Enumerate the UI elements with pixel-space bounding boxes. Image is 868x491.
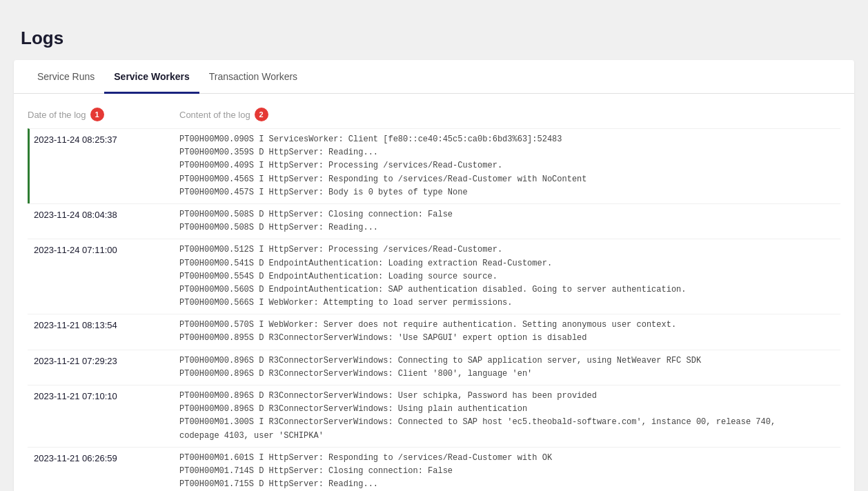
column-headers: Date of the log 1 Content of the log 2	[28, 108, 840, 121]
log-line: PT00H00M00.541S D EndpointAuthentication…	[179, 257, 840, 270]
log-line: PT00H00M01.601S I HttpServer: Responding…	[179, 452, 840, 465]
log-content-5: PT00H00M00.896S D R3ConnectorServerWindo…	[179, 390, 840, 443]
log-line: PT00H00M00.896S D R3ConnectorServerWindo…	[179, 403, 840, 416]
log-line: PT00H00M00.566S I WebWorker: Attempting …	[179, 297, 840, 310]
log-line: PT00H00M00.512S I HttpServer: Processing…	[179, 243, 840, 257]
log-content-3: PT00H00M00.570S I WebWorker: Server does…	[179, 319, 840, 345]
log-line: PT00H00M00.570S I WebWorker: Server does…	[179, 319, 840, 332]
log-content-2: PT00H00M00.512S I HttpServer: Processing…	[179, 243, 840, 310]
log-date-6: 2023-11-21 06:26:59	[30, 452, 179, 463]
log-line: PT00H00M00.560S D EndpointAuthentication…	[179, 283, 840, 297]
log-line: PT00H00M01.715S D HttpServer: Reading...	[179, 478, 840, 491]
log-date-3: 2023-11-21 08:13:54	[30, 319, 179, 330]
log-content-0: PT00H00M00.090S I ServicesWorker: Client…	[179, 133, 840, 199]
log-line: PT00H00M01.714S D HttpServer: Closing co…	[179, 465, 840, 478]
log-date-1: 2023-11-24 08:04:38	[30, 208, 179, 220]
log-row[interactable]: 2023-11-21 07:29:23PT00H00M00.896S D R3C…	[28, 350, 840, 385]
log-content-1: PT00H00M00.508S D HttpServer: Closing co…	[179, 208, 840, 234]
log-line: PT00H00M00.508S D HttpServer: Closing co…	[179, 208, 840, 221]
date-header-label: Date of the log	[28, 110, 86, 120]
content-header-label: Content of the log	[179, 110, 250, 120]
log-row[interactable]: 2023-11-24 08:25:37PT00H00M00.090S I Ser…	[28, 128, 840, 203]
log-row[interactable]: 2023-11-21 06:26:59PT00H00M01.601S I Htt…	[28, 447, 840, 491]
log-content-6: PT00H00M01.601S I HttpServer: Responding…	[179, 452, 840, 491]
log-line: PT00H00M00.090S I ServicesWorker: Client…	[179, 133, 840, 146]
log-line: PT00H00M00.359S D HttpServer: Reading...	[179, 146, 840, 159]
log-content-4: PT00H00M00.896S D R3ConnectorServerWindo…	[179, 354, 840, 381]
outer-container: Logs Service RunsService WorkersTransact…	[14, 14, 854, 491]
log-line: PT00H00M00.895S D R3ConnectorServerWindo…	[179, 332, 840, 345]
tab-transaction-workers[interactable]: Transaction Workers	[199, 60, 307, 94]
log-line: PT00H00M00.457S I HttpServer: Body is 0 …	[179, 186, 840, 199]
log-line: codepage 4103, user 'SCHIPKA'	[179, 430, 840, 443]
date-header-badge: 1	[90, 108, 104, 121]
content-area: Date of the log 1 Content of the log 2 2…	[14, 94, 854, 491]
log-line: PT00H00M00.896S D R3ConnectorServerWindo…	[179, 368, 840, 381]
tab-bar: Service RunsService WorkersTransaction W…	[14, 60, 854, 94]
log-line: PT00H00M00.896S D R3ConnectorServerWindo…	[179, 390, 840, 403]
content-column-header: Content of the log 2	[179, 108, 840, 121]
log-date-5: 2023-11-21 07:10:10	[30, 390, 179, 401]
log-date-4: 2023-11-21 07:29:23	[30, 354, 179, 366]
tab-service-runs[interactable]: Service Runs	[28, 60, 104, 94]
log-row[interactable]: 2023-11-21 07:10:10PT00H00M00.896S D R3C…	[28, 385, 840, 447]
log-date-2: 2023-11-24 07:11:00	[30, 243, 179, 255]
log-line: PT00H00M00.508S D HttpServer: Reading...	[179, 221, 840, 234]
log-row[interactable]: 2023-11-21 08:13:54PT00H00M00.570S I Web…	[28, 314, 840, 349]
log-line: PT00H00M00.409S I HttpServer: Processing…	[179, 159, 840, 172]
log-line: PT00H00M00.456S I HttpServer: Responding…	[179, 173, 840, 186]
log-row[interactable]: 2023-11-24 08:04:38PT00H00M00.508S D Htt…	[28, 203, 840, 239]
log-rows: 2023-11-24 08:25:37PT00H00M00.090S I Ser…	[28, 128, 840, 491]
content-header-badge: 2	[255, 108, 268, 121]
log-row[interactable]: 2023-11-24 07:11:00PT00H00M00.512S I Htt…	[28, 239, 840, 314]
log-line: PT00H00M00.554S D EndpointAuthentication…	[179, 270, 840, 283]
page-title: Logs	[14, 14, 854, 60]
tab-service-workers[interactable]: Service Workers	[104, 60, 199, 94]
log-line: PT00H00M01.300S I R3ConnectorServerWindo…	[179, 416, 840, 429]
log-line: PT00H00M00.896S D R3ConnectorServerWindo…	[179, 354, 840, 368]
main-card: Service RunsService WorkersTransaction W…	[14, 60, 854, 491]
date-column-header: Date of the log 1	[28, 108, 179, 121]
log-date-0: 2023-11-24 08:25:37	[30, 133, 179, 145]
